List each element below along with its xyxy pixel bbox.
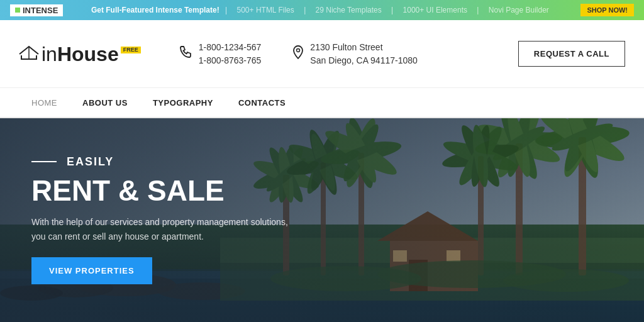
banner-sep4: |	[477, 6, 479, 14]
svg-point-1	[297, 49, 300, 52]
logo-house-text: House	[57, 44, 119, 64]
phone-number-2: 1-800-8763-765	[199, 54, 262, 67]
address-line-2: San Diego, CA 94117-1080	[310, 54, 417, 67]
hero-title: RENT & SALE	[31, 175, 296, 207]
banner-message: Get Full-Featured Intense Template! | 50…	[70, 6, 573, 14]
hero-section: EASILY RENT & SALE With the help of our …	[0, 118, 644, 322]
free-badge: FREE	[121, 47, 141, 53]
phone-numbers: 1-800-1234-567 1-800-8763-765	[199, 41, 262, 67]
shop-now-button[interactable]: SHOP NOW!	[580, 4, 634, 16]
intense-logo: INTENSE	[10, 4, 63, 16]
request-call-button[interactable]: REQUEST A CALL	[518, 41, 625, 67]
nav-item-contacts[interactable]: CONTACTS	[226, 89, 298, 116]
hero-easily-text: EASILY	[67, 155, 114, 169]
phone-icon	[179, 45, 192, 62]
banner-feature4: Novi Page Builder	[489, 6, 549, 14]
top-banner: INTENSE Get Full-Featured Intense Templa…	[0, 0, 644, 20]
phone-number-1: 1-800-1234-567	[199, 41, 262, 54]
logo-dot	[15, 8, 20, 13]
nav-item-typography[interactable]: TYPOGRAPHY	[140, 89, 226, 116]
main-nav: HOME ABOUT US TYPOGRAPHY CONTACTS	[0, 88, 644, 118]
logo-text-area: in House FREE	[42, 44, 141, 64]
view-properties-button[interactable]: VIEW PROPERTIES	[31, 257, 152, 284]
site-header: in House FREE 1-800-1234-567 1-800-8763-…	[0, 20, 644, 88]
logo-in: in	[42, 44, 57, 64]
nav-item-about[interactable]: ABOUT US	[70, 89, 140, 116]
location-icon	[292, 45, 304, 62]
address-line-1: 2130 Fulton Street	[310, 41, 417, 54]
hero-line-decoration	[31, 161, 57, 162]
banner-sep3: |	[391, 6, 393, 14]
phone-contact: 1-800-1234-567 1-800-8763-765	[179, 41, 262, 67]
banner-feature2: 29 Niche Templates	[316, 6, 382, 14]
address-contact: 2130 Fulton Street San Diego, CA 94117-1…	[292, 41, 417, 67]
banner-sep1: |	[225, 6, 227, 14]
banner-feature1: 500+ HTML Files	[237, 6, 294, 14]
intense-logo-text: INTENSE	[23, 6, 58, 15]
address-lines: 2130 Fulton Street San Diego, CA 94117-1…	[310, 41, 417, 67]
site-logo[interactable]: in House FREE	[19, 43, 141, 65]
hero-content: EASILY RENT & SALE With the help of our …	[31, 155, 296, 284]
banner-sep2: |	[304, 6, 306, 14]
nav-item-home[interactable]: HOME	[19, 89, 70, 116]
banner-feature3: 1000+ UI Elements	[403, 6, 467, 14]
hero-eyebrow: EASILY	[31, 155, 296, 169]
hero-description: With the help of our services and proper…	[31, 215, 296, 243]
logo-house-icon	[19, 43, 39, 65]
banner-bold-text: Get Full-Featured Intense Template!	[91, 6, 219, 14]
